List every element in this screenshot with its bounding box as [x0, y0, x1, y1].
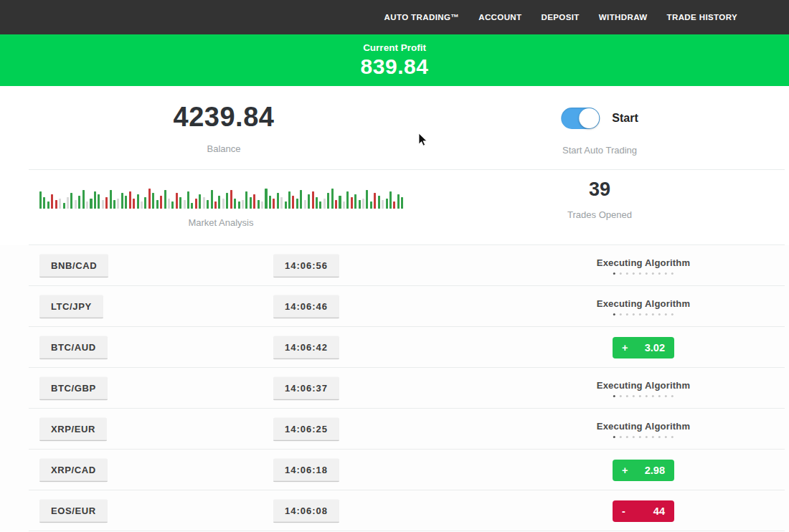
market-bar — [195, 199, 197, 209]
top-nav: AUTO TRADING™ACCOUNTDEPOSITWITHDRAWTRADE… — [0, 0, 789, 34]
time-badge: 14:06:46 — [273, 295, 339, 318]
dot — [613, 313, 615, 315]
dot — [613, 436, 615, 438]
market-bar — [191, 203, 193, 209]
market-bar — [137, 194, 139, 209]
market-bar — [389, 191, 392, 209]
nav-item-account[interactable]: ACCOUNT — [478, 13, 521, 22]
dot — [665, 313, 667, 315]
nav-item-deposit[interactable]: DEPOSIT — [542, 13, 580, 22]
market-bar — [343, 201, 345, 209]
dot — [652, 272, 654, 275]
amount: 44 — [653, 505, 665, 517]
market-bar — [176, 193, 178, 209]
dot — [639, 436, 641, 438]
dot — [633, 313, 635, 315]
market-bar — [230, 190, 232, 209]
market-bar — [269, 196, 271, 209]
dot — [658, 395, 661, 397]
trade-row: XRP/CAD14:06:18+2.98 — [0, 450, 789, 490]
trade-status: Executing Algorithm — [597, 380, 690, 397]
market-bar — [316, 197, 318, 209]
sign: + — [622, 465, 628, 476]
executing-label: Executing Algorithm — [597, 257, 690, 268]
market-bar — [258, 200, 260, 209]
market-bar — [261, 201, 263, 209]
nav-item-auto-trading[interactable]: AUTO TRADING™ — [384, 13, 460, 22]
market-bar — [51, 194, 53, 209]
dot — [633, 395, 635, 397]
balance-label: Balance — [174, 143, 275, 154]
dot — [652, 313, 654, 315]
market-bar — [67, 197, 69, 209]
balance-block: 4239.84 Balance — [174, 102, 275, 154]
market-bar — [238, 201, 240, 209]
sign: + — [622, 342, 628, 353]
market-bar — [265, 189, 267, 209]
dot — [626, 395, 628, 397]
dot — [646, 272, 648, 275]
trade-row: BTC/AUD14:06:42+3.02 — [0, 327, 789, 368]
dot — [652, 436, 654, 438]
market-bar — [102, 200, 104, 209]
pair-badge: BNB/CAD — [39, 254, 108, 277]
market-bar — [211, 190, 213, 209]
time-badge: 14:06:56 — [273, 254, 339, 277]
market-bar — [319, 201, 321, 209]
trade-status: +2.98 — [613, 460, 674, 481]
dot — [626, 313, 628, 315]
pair-badge: BTC/AUD — [39, 336, 108, 359]
market-bar — [94, 191, 96, 209]
market-bar — [386, 199, 388, 209]
current-profit-label: Current Profit — [0, 42, 789, 53]
nav-item-trade-history[interactable]: TRADE HISTORY — [667, 13, 738, 22]
trade-status: -44 — [613, 500, 674, 522]
nav-item-withdraw[interactable]: WITHDRAW — [599, 13, 648, 22]
market-bar — [47, 201, 49, 209]
pair-badge: LTC/JPY — [39, 295, 103, 318]
trade-row: BTC/GBP14:06:37Executing Algorithm — [0, 368, 789, 409]
current-profit-value: 839.84 — [0, 54, 789, 79]
market-bar — [245, 191, 247, 209]
dot — [665, 395, 667, 397]
market-bar — [374, 193, 376, 209]
market-bar — [323, 199, 326, 209]
profit-badge: +3.02 — [613, 337, 674, 358]
market-bar — [331, 189, 334, 209]
market-analysis-chart — [39, 186, 404, 209]
market-bar — [207, 200, 209, 209]
market-bar — [366, 190, 368, 209]
auto-trading-toggle-block: Start Start Auto Trading — [561, 108, 638, 156]
market-bar — [382, 200, 384, 209]
market-bar — [214, 201, 217, 209]
market-bar — [222, 199, 225, 209]
pair-badge: BTC/GBP — [39, 376, 108, 400]
loss-badge: -44 — [613, 500, 674, 522]
market-bar — [43, 197, 45, 209]
market-bar — [277, 193, 279, 209]
trade-row: BNB/CAD14:06:56Executing Algorithm — [0, 245, 789, 286]
dot — [646, 313, 648, 315]
progress-dots — [597, 395, 690, 397]
trade-status: Executing Algorithm — [597, 298, 690, 315]
market-bar — [55, 200, 57, 209]
market-bar — [164, 190, 166, 209]
dot — [639, 395, 641, 397]
market-bar — [39, 191, 42, 209]
trades-opened-label: Trades Opened — [567, 209, 632, 220]
market-bar — [250, 197, 252, 209]
market-bar — [179, 197, 181, 209]
market-bar — [300, 190, 302, 209]
dot — [613, 395, 615, 397]
auto-trading-toggle[interactable] — [561, 108, 600, 129]
trade-status: Executing Algorithm — [597, 421, 690, 438]
executing-label: Executing Algorithm — [597, 380, 690, 391]
time-badge: 14:06:42 — [273, 336, 339, 359]
market-bar — [242, 200, 244, 209]
market-bar — [308, 194, 310, 209]
market-bar — [280, 197, 283, 209]
market-bar — [339, 196, 341, 209]
market-bar — [125, 196, 127, 209]
market-bar — [141, 201, 143, 209]
account-panel: 4239.84 Balance Start Start Auto Trading — [0, 86, 789, 169]
